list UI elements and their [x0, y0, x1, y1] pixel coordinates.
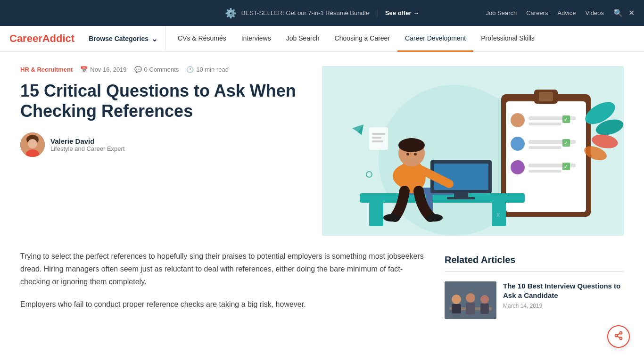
svg-text:✓: ✓ [564, 117, 568, 122]
category-tag[interactable]: HR & Recruitment [20, 66, 73, 73]
article-title: 15 Critical Questions to Ask When Checki… [20, 81, 303, 121]
related-card-info: The 10 Best Interview Questions to Ask a… [503, 281, 624, 319]
nav-item-interviews: Interviews [234, 26, 279, 52]
svg-rect-49 [372, 137, 381, 139]
svg-point-38 [414, 153, 417, 156]
svg-rect-33 [447, 197, 475, 199]
svg-text:✓: ✓ [564, 164, 568, 169]
article-paragraph-1: Trying to select the perfect references … [20, 250, 426, 288]
article-header: HR & Recruitment 📅 Nov 16, 2019 💬 0 Comm… [20, 66, 303, 168]
nav-item-job-search: Job Search [279, 26, 327, 52]
author-block: Valerie David Lifestyle and Career Exper… [20, 132, 303, 157]
related-card-title[interactable]: The 10 Best Interview Questions to Ask a… [503, 281, 624, 300]
svg-rect-17 [528, 146, 561, 149]
article-paragraph-2: Employers who fail to conduct proper ref… [20, 298, 426, 311]
author-avatar-svg [20, 132, 45, 157]
content-wrapper: Trying to select the perfect references … [11, 236, 633, 329]
article-read-time: 🕐 10 min read [186, 66, 229, 73]
calendar-icon: 📅 [80, 66, 88, 73]
related-card[interactable]: The 10 Best Interview Questions to Ask a… [445, 281, 624, 319]
svg-rect-62 [466, 303, 475, 314]
see-offer-link[interactable]: See offer → [385, 9, 419, 16]
article-comments-text: 0 Comments [144, 66, 179, 73]
svg-rect-12 [528, 123, 561, 125]
svg-text:✓: ✓ [564, 140, 568, 146]
svg-point-59 [452, 295, 461, 304]
svg-point-20 [511, 160, 525, 174]
hero-image: ✓ ✓ ✓ [322, 66, 624, 236]
svg-rect-64 [480, 304, 489, 314]
nav-item-professional-skills: Professional Skills [473, 26, 542, 52]
nav-link-interviews[interactable]: Interviews [234, 26, 279, 52]
svg-point-15 [511, 137, 525, 151]
nav-link-career-development[interactable]: Career Development [397, 26, 473, 52]
svg-rect-50 [372, 140, 383, 142]
author-avatar [20, 132, 45, 157]
banner-right-nav: Job Search Careers Advice Videos 🔍 ✕ [486, 8, 635, 17]
hero-illustration-svg: ✓ ✓ ✓ [322, 66, 624, 236]
svg-rect-22 [528, 170, 561, 173]
related-card-date: March 14, 2019 [503, 303, 624, 309]
logo-career: Career [9, 33, 42, 44]
author-info: Valerie David Lifestyle and Career Exper… [50, 137, 125, 152]
related-article-image [445, 281, 496, 319]
sidebar: Related Articles [445, 236, 624, 329]
banner-icon-group: 🔍 ✕ [613, 8, 635, 17]
logo-addict: Addict [42, 33, 74, 44]
banner-job-search-link[interactable]: Job Search [486, 9, 517, 16]
nav-item-cvs: CVs & Résumés [170, 26, 234, 52]
article-body-text: Trying to select the perfect references … [20, 236, 426, 311]
clock-icon: 🕐 [186, 66, 194, 73]
banner-careers-link[interactable]: Careers [526, 9, 548, 16]
svg-point-2 [28, 139, 37, 148]
svg-point-10 [511, 113, 525, 127]
nav-item-career-development: Career Development [397, 26, 473, 52]
related-img-svg [445, 281, 496, 319]
nav-link-choosing-career[interactable]: Choosing a Career [327, 26, 398, 52]
gear-icon: ⚙️ [225, 8, 237, 19]
svg-point-61 [466, 293, 475, 303]
banner-advice-link[interactable]: Advice [557, 9, 576, 16]
main-nav: CareerAddict Browse Categories ⌄ CVs & R… [0, 26, 644, 52]
svg-text:x: x [496, 211, 500, 218]
svg-rect-26 [369, 203, 383, 226]
top-banner: ⚙️ BEST-SELLER: Get our 7-in-1 Résumé Bu… [0, 0, 644, 26]
search-button[interactable]: 🔍 [613, 8, 623, 17]
article-body: Trying to select the perfect references … [20, 236, 445, 329]
article-date-text: Nov 16, 2019 [90, 66, 126, 73]
related-articles: Related Articles [445, 255, 624, 319]
close-button[interactable]: ✕ [628, 8, 635, 17]
nav-links: CVs & Résumés Interviews Job Search Choo… [170, 26, 635, 52]
svg-rect-32 [454, 193, 468, 197]
svg-point-39 [383, 214, 400, 222]
svg-rect-48 [372, 133, 385, 135]
top-section: HR & Recruitment 📅 Nov 16, 2019 💬 0 Comm… [11, 52, 633, 236]
browse-label: Browse Categories [89, 35, 149, 42]
related-articles-title: Related Articles [445, 255, 624, 272]
svg-rect-9 [539, 92, 553, 101]
author-role: Lifestyle and Career Expert [50, 145, 125, 152]
banner-divider: | [376, 9, 378, 17]
nav-link-cvs[interactable]: CVs & Résumés [170, 26, 234, 52]
svg-point-40 [426, 214, 443, 222]
hero-image-container: ✓ ✓ ✓ [322, 66, 624, 236]
nav-link-job-search[interactable]: Job Search [279, 26, 327, 52]
svg-rect-60 [452, 304, 461, 313]
chevron-down-icon: ⌄ [151, 34, 157, 43]
browse-categories-button[interactable]: Browse Categories ⌄ [89, 26, 165, 52]
nav-item-choosing-career: Choosing a Career [327, 26, 398, 52]
svg-point-63 [480, 295, 489, 304]
site-logo[interactable]: CareerAddict [9, 33, 74, 45]
article-comments: 💬 0 Comments [134, 66, 179, 73]
nav-link-professional-skills[interactable]: Professional Skills [473, 26, 542, 52]
article-meta: HR & Recruitment 📅 Nov 16, 2019 💬 0 Comm… [20, 66, 303, 73]
svg-point-37 [406, 153, 409, 156]
article-date: 📅 Nov 16, 2019 [80, 66, 126, 73]
promo-text: BEST-SELLER: Get our 7-in-1 Résumé Bundl… [241, 9, 369, 16]
article-read-time-text: 10 min read [196, 66, 229, 73]
author-name: Valerie David [50, 137, 125, 145]
banner-promo: ⚙️ BEST-SELLER: Get our 7-in-1 Résumé Bu… [225, 8, 419, 19]
comment-icon: 💬 [134, 66, 142, 73]
banner-videos-link[interactable]: Videos [585, 9, 604, 16]
svg-point-36 [398, 138, 425, 152]
